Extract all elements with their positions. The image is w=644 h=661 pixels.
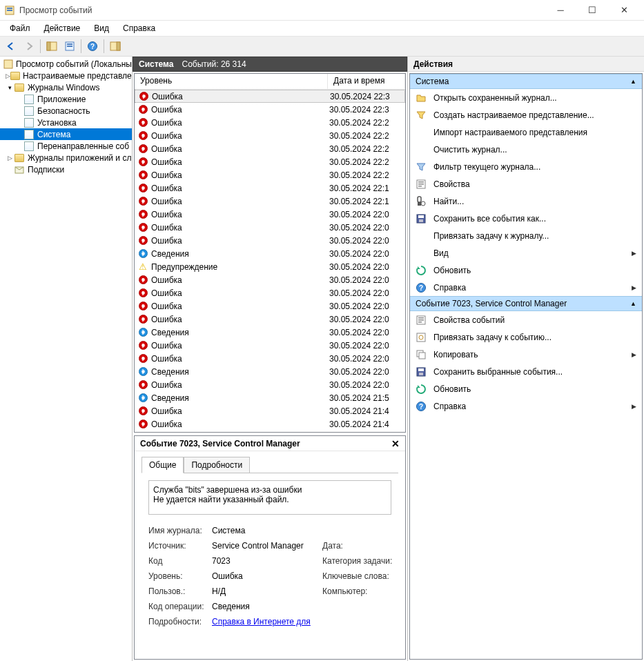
event-row[interactable]: Сведения30.05.2024 22:0 [135, 365, 405, 378]
event-row[interactable]: Ошибка30.05.2024 22:0 [135, 352, 405, 365]
event-row[interactable]: Ошибка30.05.2024 22:1 [135, 195, 405, 208]
event-row[interactable]: Предупреждение30.05.2024 22:0 [135, 260, 405, 273]
tree-log-item[interactable]: Безопасность [0, 105, 132, 117]
event-row[interactable]: Ошибка30.05.2024 21:4 [135, 417, 405, 431]
error-icon [137, 170, 148, 181]
minimize-button[interactable]: ─ [545, 0, 576, 21]
forward-button[interactable] [21, 38, 37, 55]
action-item[interactable]: Сохранить все события как... [410, 210, 642, 227]
action-label: Справка [433, 402, 632, 411]
event-row[interactable]: Ошибка30.05.2024 22:2 [135, 116, 405, 129]
svg-rect-16 [418, 184, 424, 185]
show-hide-button[interactable] [43, 38, 60, 55]
tree-log-item[interactable]: Перенаправленные соб [0, 140, 132, 152]
svg-rect-19 [418, 202, 421, 206]
event-level-text: Ошибка [151, 380, 329, 390]
event-row[interactable]: Ошибка30.05.2024 22:0 [135, 208, 405, 221]
tree-log-item[interactable]: Приложение [0, 93, 132, 105]
event-row[interactable]: Ошибка30.05.2024 21:4 [135, 404, 405, 417]
action-item[interactable]: Свойства [410, 175, 642, 193]
action-item[interactable]: Вид▶ [410, 244, 642, 262]
action-item[interactable]: Копировать▶ [410, 346, 642, 363]
event-date-text: 30.05.2024 22:0 [329, 302, 405, 311]
tree-label: Подписки [28, 165, 64, 175]
actions-section-event[interactable]: Событие 7023, Service Control Manager ▲ [410, 296, 642, 311]
value-level: Ошибка [212, 571, 322, 581]
menu-help[interactable]: Справка [116, 21, 162, 35]
menu-view[interactable]: Вид [87, 21, 116, 35]
back-button[interactable] [3, 38, 19, 55]
action-item[interactable]: Создать настраиваемое представление... [410, 106, 642, 124]
column-datetime[interactable]: Дата и время [328, 74, 405, 89]
action-item[interactable]: Фильтр текущего журнала... [410, 158, 642, 175]
event-level-text: Ошибка [151, 341, 329, 351]
event-row[interactable]: Ошибка30.05.2024 22:3 [135, 103, 405, 116]
action-label: Свойства [433, 179, 636, 189]
tree-windows-logs[interactable]: ▾ Журналы Windows [0, 81, 132, 93]
event-row[interactable]: Ошибка30.05.2024 22:0 [135, 221, 405, 234]
details-grid: Имя журнала: Система Источник: Service C… [148, 526, 391, 627]
event-date-text: 30.05.2024 21:5 [329, 393, 405, 403]
tree-label: Приложение [37, 95, 86, 104]
event-row[interactable]: Ошибка30.05.2024 22:0 [135, 273, 405, 286]
action-item[interactable]: Очистить журнал... [410, 141, 642, 158]
tab-details[interactable]: Подробности [184, 457, 250, 473]
action-item[interactable]: Свойства событий [410, 311, 642, 328]
menu-action[interactable]: Действие [37, 21, 88, 35]
tree-subscriptions[interactable]: Подписки [0, 164, 132, 175]
event-row[interactable]: Ошибка30.05.2024 22:1 [135, 181, 405, 195]
event-row[interactable]: Сведения30.05.2024 21:5 [135, 391, 405, 404]
event-row[interactable]: Ошибка30.05.2024 22:0 [135, 339, 405, 352]
action-item[interactable]: ?Справка▶ [410, 279, 642, 296]
event-date-text: 30.05.2024 22:0 [329, 341, 405, 351]
event-row[interactable]: Ошибка30.05.2024 22:2 [135, 155, 405, 168]
properties-button[interactable] [61, 38, 78, 55]
tree-log-item[interactable]: Установка [0, 117, 132, 128]
action-label: Фильтр текущего журнала... [433, 162, 636, 172]
event-row[interactable]: Ошибка30.05.2024 22:0 [135, 299, 405, 313]
submenu-arrow-icon: ▶ [632, 351, 636, 358]
details-close-button[interactable]: ✕ [391, 438, 400, 449]
column-level[interactable]: Уровень [135, 74, 328, 89]
menubar: Файл Действие Вид Справка [0, 21, 644, 36]
close-button[interactable]: ✕ [608, 0, 640, 21]
action-item[interactable]: Привязать задачу к журналу... [410, 227, 642, 244]
event-row[interactable]: Ошибка30.05.2024 22:2 [135, 129, 405, 142]
maximize-button[interactable]: ☐ [576, 0, 608, 21]
action-item[interactable]: Привязать задачу к событию... [410, 328, 642, 346]
event-row[interactable]: Ошибка30.05.2024 22:0 [135, 378, 405, 391]
event-list[interactable]: Ошибка30.05.2024 22:3Ошибка30.05.2024 22… [135, 90, 405, 432]
tree-root[interactable]: Просмотр событий (Локальны [0, 58, 132, 70]
event-row[interactable]: Ошибка30.05.2024 22:3 [135, 90, 405, 103]
event-row[interactable]: Ошибка30.05.2024 22:2 [135, 168, 405, 181]
tree-label: Безопасность [37, 106, 90, 116]
action-item[interactable]: Обновить [410, 262, 642, 279]
help-link[interactable]: Справка в Интернете для [212, 617, 311, 627]
tree-log-item[interactable]: Система [0, 128, 132, 140]
svg-rect-17 [418, 186, 422, 187]
none-icon [416, 127, 427, 138]
action-item[interactable]: Сохранить выбранные события... [410, 363, 642, 380]
event-row[interactable]: Ошибка30.05.2024 22:0 [135, 286, 405, 299]
event-row[interactable]: Ошибка30.05.2024 22:2 [135, 142, 405, 155]
actions-section-system[interactable]: Система ▲ [410, 74, 642, 89]
action-item[interactable]: ?Справка▶ [410, 397, 642, 415]
menu-file[interactable]: Файл [3, 21, 37, 35]
event-row[interactable]: Ошибка30.05.2024 22:0 [135, 313, 405, 326]
tree-app-services-logs[interactable]: ▷ Журналы приложений и сл [0, 152, 132, 164]
action-item[interactable]: Найти... [410, 193, 642, 210]
props-icon [416, 315, 427, 326]
event-row[interactable]: Сведения30.05.2024 22:0 [135, 247, 405, 260]
event-row[interactable]: Ошибка30.05.2024 22:0 [135, 234, 405, 247]
actions-pane-button[interactable] [107, 38, 124, 55]
help-button[interactable]: ? [84, 38, 101, 55]
expander-icon[interactable]: ▷ [6, 154, 14, 162]
action-item[interactable]: Открыть сохраненный журнал... [410, 89, 642, 106]
tree-custom-views[interactable]: ▷ Настраиваемые представлен [0, 70, 132, 81]
action-item[interactable]: Импорт настраиваемого представления [410, 124, 642, 141]
action-item[interactable]: Обновить [410, 380, 642, 397]
expander-icon[interactable]: ▾ [6, 83, 14, 92]
event-row[interactable]: Сведения30.05.2024 22:0 [135, 326, 405, 339]
tab-general[interactable]: Общие [142, 457, 184, 473]
expander-icon[interactable]: ▷ [6, 72, 10, 80]
